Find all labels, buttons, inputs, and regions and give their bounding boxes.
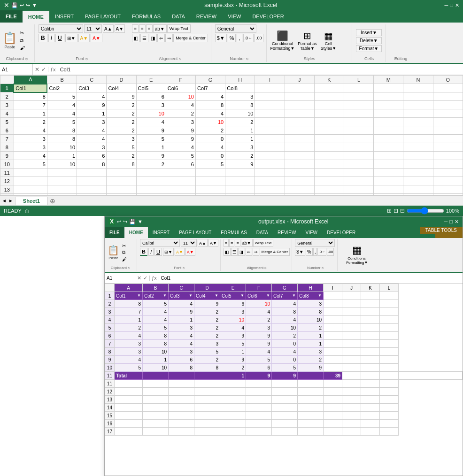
cell-r6c5[interactable]: 9 xyxy=(166,126,195,135)
scroll-left-icon[interactable]: ◄ xyxy=(2,198,7,203)
font-selector[interactable]: Calibri xyxy=(39,24,83,33)
tab-developer[interactable]: DEVELOPER xyxy=(247,10,289,23)
cell-r2c1[interactable]: 5 xyxy=(47,92,77,101)
delete-cells-button[interactable]: Delete▼ xyxy=(356,37,382,44)
cell-r8c1[interactable]: 10 xyxy=(47,143,77,152)
border-button[interactable]: ⊞▼ xyxy=(65,34,77,42)
cell-r8c0[interactable]: 3 xyxy=(14,143,47,152)
cell-r10c7[interactable]: 9 xyxy=(225,160,255,169)
cell-r2c2[interactable]: 4 xyxy=(77,92,107,101)
page-layout-view-icon[interactable]: ⊡ xyxy=(394,207,398,214)
cell-r5c0[interactable]: 2 xyxy=(14,118,47,126)
cell-r5c4[interactable]: 4 xyxy=(136,118,166,126)
cell-r10c1[interactable]: 10 xyxy=(47,160,77,169)
header-cell-3[interactable]: Col4 xyxy=(107,84,136,92)
confirm-formula-icon[interactable]: ✓ xyxy=(41,66,46,73)
header-cell-4[interactable]: Col5 xyxy=(136,84,166,92)
col-H[interactable]: H xyxy=(225,76,255,84)
cell-r10c0[interactable]: 5 xyxy=(14,160,47,169)
bold-button[interactable]: B xyxy=(39,34,47,42)
fill-color-button[interactable]: A▼ xyxy=(78,34,90,42)
increase-font-button[interactable]: A▲ xyxy=(103,24,114,33)
cell-r8c2[interactable]: 3 xyxy=(77,143,107,152)
cell-r2c7[interactable]: 3 xyxy=(225,92,255,101)
zoom-slider[interactable] xyxy=(407,207,444,214)
cell-r8c5[interactable]: 4 xyxy=(166,143,195,152)
conditional-formatting-button[interactable]: ⬛ Conditional Formatting▼ xyxy=(270,30,295,51)
cell-r7c2[interactable]: 4 xyxy=(77,135,107,143)
cell-r9c5[interactable]: 5 xyxy=(166,152,195,160)
cell-r3c6[interactable]: 8 xyxy=(195,101,225,109)
header-cell-7[interactable]: Col8 xyxy=(225,84,255,92)
italic-button[interactable]: I xyxy=(48,34,54,42)
cell-r4c7[interactable]: 10 xyxy=(225,109,255,118)
font-color-button[interactable]: A▼ xyxy=(91,34,102,42)
cell-r2c6[interactable]: 4 xyxy=(195,92,225,101)
format-painter-button[interactable]: 🖌 xyxy=(19,45,26,51)
cell-r7c1[interactable]: 8 xyxy=(47,135,77,143)
header-cell-2[interactable]: Col3 xyxy=(77,84,107,92)
cell-r3c3[interactable]: 2 xyxy=(107,101,136,109)
cell-r3c4[interactable]: 3 xyxy=(136,101,166,109)
col-C[interactable]: C xyxy=(77,76,107,84)
copy-button[interactable]: ⧉ xyxy=(19,37,26,44)
align-center-button[interactable]: ☰ xyxy=(140,34,148,42)
cell-r3c5[interactable]: 4 xyxy=(166,101,195,109)
cell-r9c2[interactable]: 6 xyxy=(77,152,107,160)
header-cell-5[interactable]: Col6 xyxy=(166,84,195,92)
cell-r4c2[interactable]: 1 xyxy=(77,109,107,118)
align-right-button[interactable]: ◨ xyxy=(149,34,157,42)
cell-r4c0[interactable]: 1 xyxy=(14,109,47,118)
header-cell-6[interactable]: Col7 xyxy=(195,84,225,92)
cell-r7c3[interactable]: 3 xyxy=(107,135,136,143)
align-top-right-button[interactable]: ≡ xyxy=(146,24,153,33)
paste-button[interactable]: 📋 Paste xyxy=(2,31,18,50)
page-break-view-icon[interactable]: ⊟ xyxy=(400,207,405,214)
cell-r2c0[interactable]: 8 xyxy=(14,92,47,101)
cell-r3c1[interactable]: 4 xyxy=(47,101,77,109)
col-M[interactable]: M xyxy=(374,76,403,84)
cell-styles-button[interactable]: ▦ Cell Styles▼ xyxy=(320,30,337,51)
insert-function-icon[interactable]: ƒx xyxy=(48,67,56,72)
cell-r5c1[interactable]: 5 xyxy=(47,118,77,126)
cell-r10c2[interactable]: 8 xyxy=(77,160,107,169)
cell-r6c1[interactable]: 8 xyxy=(47,126,77,135)
tab-review[interactable]: REVIEW xyxy=(191,10,222,23)
col-O[interactable]: O xyxy=(433,76,463,84)
tab-formulas[interactable]: FORMULAS xyxy=(126,10,166,23)
redo-icon[interactable]: ↪ xyxy=(26,2,30,8)
font-size-selector[interactable]: 11 xyxy=(84,24,102,33)
cell-r10c3[interactable]: 8 xyxy=(107,160,136,169)
cell-r9c7[interactable]: 2 xyxy=(225,152,255,160)
cell-r5c5[interactable]: 3 xyxy=(166,118,195,126)
cell-r3c0[interactable]: 7 xyxy=(14,101,47,109)
col-K[interactable]: K xyxy=(314,76,344,84)
col-L[interactable]: L xyxy=(344,76,374,84)
cell-r8c4[interactable]: 1 xyxy=(136,143,166,152)
cell-reference-box[interactable]: A1 xyxy=(0,64,33,75)
undo-icon[interactable]: ↩ xyxy=(20,2,24,8)
cut-button[interactable]: ✂ xyxy=(19,30,26,37)
cell-r7c7[interactable]: 1 xyxy=(225,135,255,143)
cell-r5c3[interactable]: 2 xyxy=(107,118,136,126)
merge-center-button[interactable]: Merge & Center xyxy=(173,34,208,42)
cell-r2c4[interactable]: 6 xyxy=(136,92,166,101)
cell-r4c5[interactable]: 2 xyxy=(166,109,195,118)
cell-r5c2[interactable]: 3 xyxy=(77,118,107,126)
cell-r9c4[interactable]: 9 xyxy=(136,152,166,160)
col-J[interactable]: J xyxy=(285,76,314,84)
add-sheet-icon[interactable]: ⊕ xyxy=(50,197,55,205)
cell-r9c0[interactable]: 4 xyxy=(14,152,47,160)
cell-r4c6[interactable]: 4 xyxy=(195,109,225,118)
cell-r7c6[interactable]: 0 xyxy=(195,135,225,143)
cell-r5c6[interactable]: 10 xyxy=(195,118,225,126)
cell-r6c3[interactable]: 2 xyxy=(107,126,136,135)
underline-button[interactable]: U xyxy=(55,34,64,42)
cell-r2c5[interactable]: 10 xyxy=(166,92,195,101)
col-A[interactable]: A xyxy=(14,76,47,84)
format-cells-button[interactable]: Format▼ xyxy=(356,45,382,52)
cell-r4c3[interactable]: 2 xyxy=(107,109,136,118)
col-N[interactable]: N xyxy=(403,76,433,84)
cancel-formula-icon[interactable]: ✕ xyxy=(35,66,39,73)
decrease-decimal-button[interactable]: .0← xyxy=(243,34,254,42)
